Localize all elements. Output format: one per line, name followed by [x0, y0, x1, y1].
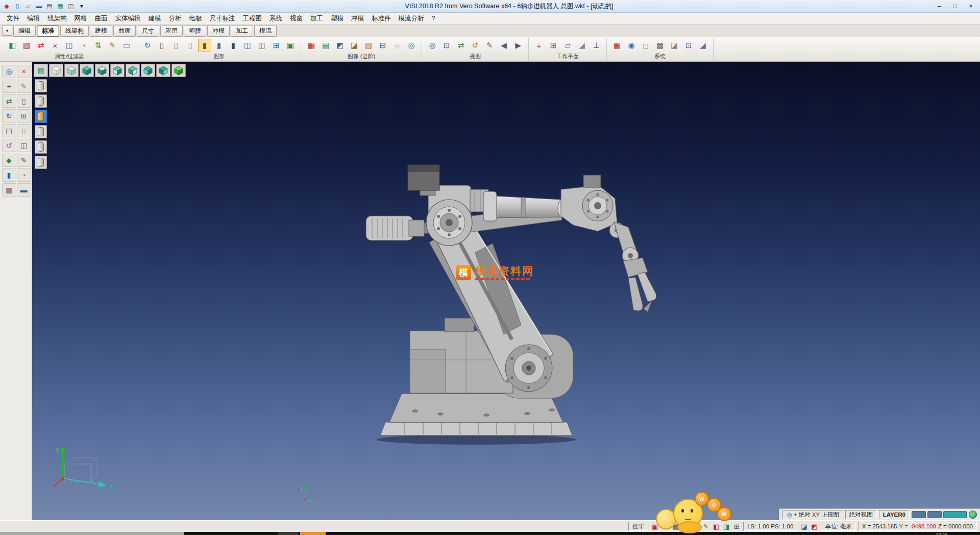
menu-item-10[interactable]: 工程图: [239, 13, 266, 24]
tab-overflow-button[interactable]: ▾: [2, 26, 12, 36]
globe-network-icon[interactable]: ◉: [625, 39, 638, 52]
maximize-button[interactable]: □: [948, 2, 962, 11]
system-layers-icon[interactable]: ◪: [668, 39, 681, 52]
grid-view-icon[interactable]: ⊞: [270, 39, 283, 52]
previous-view-icon[interactable]: ◀: [497, 39, 510, 52]
save-dock-icon[interactable]: ▬: [17, 183, 31, 197]
delete-icon[interactable]: ×: [17, 65, 31, 78]
workplane-normal-icon[interactable]: ⊥: [590, 39, 603, 52]
open-file-icon[interactable]: ▱: [23, 2, 33, 11]
table-icon[interactable]: ▥: [2, 183, 16, 197]
layer-panel[interactable]: LAYER0: [879, 510, 910, 519]
taskbar-item[interactable]: [278, 532, 298, 535]
rotate-view-icon[interactable]: ↺: [469, 39, 482, 52]
workplane-align-icon[interactable]: ⊞: [547, 39, 560, 52]
menu-item-0[interactable]: 文件: [3, 13, 23, 24]
layer-toggle-4[interactable]: [35, 125, 47, 138]
workplane-new-icon[interactable]: +: [532, 39, 546, 52]
menu-item-7[interactable]: 分析: [165, 13, 185, 24]
section-view-icon[interactable]: ⊟: [376, 39, 389, 52]
new-file-icon[interactable]: ▯: [13, 2, 22, 11]
workplane-corner-icon[interactable]: ◢: [575, 39, 589, 52]
layer-toggle-6[interactable]: [35, 156, 47, 169]
tab-模流[interactable]: 模流: [254, 25, 277, 37]
menu-item-12[interactable]: 视窗: [286, 13, 306, 24]
measure-icon[interactable]: ✎: [483, 39, 496, 52]
tab-尺寸[interactable]: 尺寸: [137, 25, 159, 37]
snap-lock-toggle[interactable]: 拴牢: [628, 522, 648, 531]
move-icon[interactable]: +: [2, 80, 16, 93]
system-grid-icon[interactable]: ⊡: [682, 39, 695, 52]
dashed-hidden-mode-icon[interactable]: ▯: [184, 39, 197, 52]
wireframe-cube-icon[interactable]: [49, 64, 63, 77]
zoom-all-icon[interactable]: ◎: [426, 39, 439, 52]
menu-item-11[interactable]: 系统: [266, 13, 286, 24]
light-view-icon[interactable]: ☼: [390, 39, 404, 52]
shadow-view-icon[interactable]: ◩: [333, 39, 347, 52]
layers-icon[interactable]: ▤: [2, 124, 16, 137]
layer-toggle-2[interactable]: [35, 94, 47, 108]
menu-item-5[interactable]: 实体编辑: [112, 13, 144, 24]
annotate-icon[interactable]: ✎: [17, 154, 31, 167]
view-orientation-panel[interactable]: ◎ + 绝对 XY 上视图: [782, 510, 843, 519]
ucs-cube-icon[interactable]: ◩: [810, 522, 819, 531]
render-tree-icon[interactable]: ▤: [319, 39, 332, 52]
tab-加工[interactable]: 加工: [231, 25, 253, 37]
halftone-icon[interactable]: ▩: [653, 39, 667, 52]
grid-cube-icon[interactable]: ⊞: [732, 522, 741, 531]
qat-dropdown-icon[interactable]: ▾: [77, 2, 86, 11]
filter-updown-icon[interactable]: ⇅: [91, 39, 105, 52]
sheet-icon[interactable]: ▯: [17, 124, 31, 137]
shaded-mode-icon[interactable]: ▮: [198, 39, 211, 52]
redraw-icon[interactable]: ↻: [141, 39, 154, 52]
menu-item-13[interactable]: 加工: [307, 13, 327, 24]
bar-icon[interactable]: ▮: [2, 168, 16, 182]
ramp-icon[interactable]: ◢: [696, 39, 709, 52]
taskbar-active-item[interactable]: [300, 532, 326, 535]
multi-view-2-icon[interactable]: ◫: [255, 39, 268, 52]
monitor-icon[interactable]: □: [639, 39, 652, 52]
edit-geometry-icon[interactable]: ✎: [17, 80, 31, 93]
filter-swap-icon[interactable]: ⇄: [34, 39, 47, 52]
regen-icon[interactable]: ↻: [2, 109, 16, 123]
layer-toggle-1[interactable]: [35, 79, 47, 92]
render-scene-icon[interactable]: ▦: [305, 39, 318, 52]
viewport-3d[interactable]: ▤: [32, 62, 980, 520]
texture-view-icon[interactable]: ▨: [362, 39, 375, 52]
view-right-icon[interactable]: [126, 64, 140, 77]
attribute-copy-icon[interactable]: ◧: [6, 39, 19, 52]
view-iso-icon[interactable]: [80, 64, 94, 77]
display-list-icon[interactable]: ▤: [34, 64, 48, 77]
color-palette-icon[interactable]: ▦: [610, 39, 624, 52]
layer-toggle-3[interactable]: [35, 110, 47, 123]
menu-item-14[interactable]: 塑模: [327, 13, 347, 24]
windows-taskbar[interactable]: 23:29: [0, 532, 980, 535]
filter-delete-icon[interactable]: ×: [48, 39, 62, 52]
snapshot-icon[interactable]: ◫: [66, 2, 76, 11]
layer-toggle-5[interactable]: [35, 140, 47, 154]
attribute-history-icon[interactable]: ◔: [77, 39, 90, 52]
attribute-edit-icon[interactable]: ✎: [106, 39, 119, 52]
tab-标准[interactable]: 标准: [37, 25, 59, 37]
save-icon[interactable]: ▬: [34, 2, 43, 11]
multi-view-icon[interactable]: ◫: [241, 39, 254, 52]
shade-options-icon[interactable]: ▣: [284, 39, 297, 52]
menu-item-9[interactable]: 尺寸标注: [206, 13, 239, 24]
tab-建模[interactable]: 建模: [90, 25, 112, 37]
workplane-plane-icon[interactable]: ▱: [561, 39, 574, 52]
menu-item-8[interactable]: 电极: [186, 13, 206, 24]
globe-status-icon[interactable]: [969, 510, 977, 519]
tab-曲面[interactable]: 曲面: [113, 25, 136, 37]
attribute-clone-icon[interactable]: ◫: [63, 39, 76, 52]
close-button[interactable]: ×: [964, 2, 978, 11]
swap-icon[interactable]: ⇄: [2, 94, 16, 108]
menu-item-2[interactable]: 线架构: [44, 13, 70, 24]
shaded-cube-icon[interactable]: [64, 64, 79, 77]
view-top-icon[interactable]: [95, 64, 109, 77]
wireframe-mode-icon[interactable]: ▯: [155, 39, 168, 52]
shaded-edges-mode-icon[interactable]: ▮: [227, 39, 240, 52]
menu-item-6[interactable]: 建模: [145, 13, 165, 24]
plot-icon[interactable]: ▦: [56, 2, 65, 11]
tab-线架构[interactable]: 线架构: [60, 25, 89, 37]
menu-item-16[interactable]: 标准件: [368, 13, 395, 24]
